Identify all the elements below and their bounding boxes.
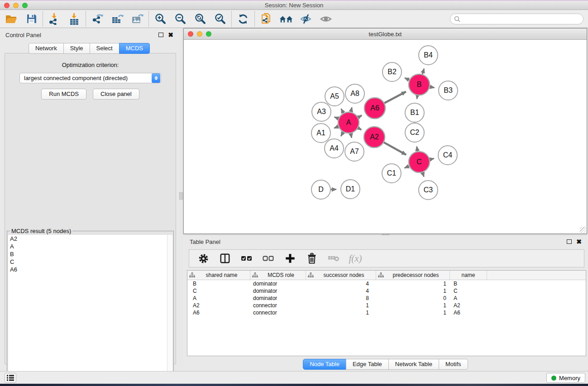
mcds-result-scrollbar[interactable] (167, 235, 172, 384)
graph-node-A1[interactable]: A1 (311, 124, 330, 143)
vertical-splitter-grip[interactable] (179, 192, 183, 200)
graph-edge-B-B2[interactable] (405, 78, 409, 80)
zoom-selected-button[interactable] (213, 12, 227, 26)
criterion-dropdown[interactable]: largest connected component (directed) (19, 73, 161, 83)
delete-column-button[interactable] (306, 253, 318, 264)
search-input[interactable] (463, 15, 579, 22)
open-session-button[interactable] (5, 12, 18, 26)
toolbar-search[interactable] (450, 14, 583, 24)
graph-node-A[interactable]: A (338, 112, 359, 133)
graph-node-C2[interactable]: C2 (405, 123, 424, 142)
table-row[interactable]: Adominator80A (187, 295, 586, 302)
mcds-result-item[interactable]: A6 (8, 266, 167, 273)
zoom-fit-button[interactable] (193, 12, 207, 26)
graph-node-A7[interactable]: A7 (345, 142, 364, 161)
column-header-mcds-role[interactable]: MCDS role (250, 271, 306, 280)
column-header-successor-nodes[interactable]: successor nodes (306, 271, 376, 280)
tab-mcds[interactable]: MCDS (119, 43, 150, 54)
table-close-panel-icon[interactable]: ✖ (576, 239, 582, 244)
mcds-result-item[interactable]: A (8, 243, 167, 250)
graph-edge-A-A3[interactable] (335, 117, 339, 119)
mcds-result-item[interactable]: C (8, 258, 167, 266)
column-header-shared-name[interactable]: shared name (187, 271, 250, 280)
graph-edge-B-B1[interactable] (417, 95, 417, 99)
graph-node-B1[interactable]: B1 (405, 103, 424, 122)
import-network-button[interactable] (48, 12, 61, 26)
tab-select[interactable]: Select (90, 43, 120, 54)
graph-node-A5[interactable]: A5 (325, 87, 344, 106)
memory-button[interactable]: Memory (546, 373, 585, 383)
zoom-out-button[interactable] (173, 12, 187, 26)
export-network-button[interactable] (91, 12, 104, 26)
deselect-all-rows-button[interactable] (263, 253, 274, 264)
show-all-button[interactable] (319, 12, 333, 26)
new-network-from-selection-button[interactable] (259, 12, 273, 26)
window-resize-grip[interactable] (580, 227, 586, 233)
tab-network-table[interactable]: Network Table (388, 359, 439, 370)
node-table[interactable]: shared nameMCDS rolesuccessor nodesprede… (187, 270, 586, 356)
table-row[interactable]: A6connector11A6 (187, 309, 586, 316)
graph-node-C4[interactable]: C4 (438, 146, 457, 165)
export-image-button[interactable] (130, 12, 144, 26)
save-session-button[interactable] (24, 12, 38, 26)
graph-edge-A-A1[interactable] (334, 126, 339, 128)
table-row[interactable]: Cdominator41C (187, 287, 586, 295)
graph-edge-B-B3[interactable] (430, 87, 435, 88)
column-header-predecessor-nodes[interactable]: predecessor nodes (376, 271, 450, 280)
graph-edge-A-A5[interactable] (341, 109, 344, 113)
create-column-button[interactable] (284, 253, 296, 264)
show-columns-button[interactable] (219, 253, 231, 264)
graph-node-B4[interactable]: B4 (419, 46, 438, 65)
graph-node-B3[interactable]: B3 (439, 81, 458, 100)
tab-edge-table[interactable]: Edge Table (346, 359, 389, 370)
network-canvas[interactable]: B4B2BB3A5A8A6A3B1AC2A1A2A4A7C4CC1C3DD1 (184, 40, 587, 234)
tab-node-table[interactable]: Node Table (303, 359, 346, 370)
hide-selected-button[interactable] (299, 12, 313, 26)
table-settings-button[interactable] (197, 253, 209, 264)
graph-node-D[interactable]: D (311, 180, 330, 199)
graph-edge-C-C2[interactable] (417, 147, 418, 152)
graph-node-A2[interactable]: A2 (364, 127, 385, 148)
zoom-in-button[interactable] (153, 12, 167, 26)
run-mcds-button[interactable]: Run MCDS (41, 89, 86, 100)
first-neighbors-button[interactable] (279, 12, 293, 26)
table-float-panel-icon[interactable] (567, 239, 572, 244)
graph-node-A3[interactable]: A3 (312, 102, 331, 121)
graph-edge-A6-B[interactable] (384, 91, 406, 103)
export-table-button[interactable] (110, 12, 124, 26)
graph-edge-A-A7[interactable] (351, 133, 352, 138)
graph-node-B[interactable]: B (409, 74, 430, 95)
graph-node-B2[interactable]: B2 (382, 62, 402, 81)
graph-node-A6[interactable]: A6 (364, 98, 385, 119)
graph-edge-A-A6[interactable] (358, 115, 362, 117)
graph-edge-B-B4[interactable] (422, 69, 424, 74)
graph-node-D1[interactable]: D1 (341, 180, 360, 199)
task-history-button[interactable] (5, 373, 16, 383)
graph-edge-A-A4[interactable] (341, 132, 343, 136)
import-table-button[interactable] (67, 12, 81, 26)
float-panel-icon[interactable] (158, 33, 163, 37)
table-row[interactable]: Bdominator41B (187, 280, 586, 287)
graph-edge-C-C4[interactable] (430, 158, 434, 159)
column-header-name[interactable]: name (450, 271, 487, 280)
tab-motifs[interactable]: Motifs (439, 359, 468, 370)
table-row[interactable]: A2connector11A2 (187, 302, 586, 309)
graph-edge-A2-C[interactable] (384, 143, 406, 155)
graph-edge-C-C3[interactable] (422, 172, 424, 177)
tab-network[interactable]: Network (29, 43, 64, 54)
graph-edge-A-A8[interactable] (351, 107, 352, 112)
close-panel-icon[interactable]: ✖ (168, 33, 173, 37)
network-window-titlebar[interactable]: testGlobe.txt (184, 29, 587, 40)
graph-node-C1[interactable]: C1 (382, 164, 401, 183)
mcds-result-item[interactable]: A2 (8, 235, 167, 243)
mcds-result-item[interactable]: B (8, 250, 167, 258)
refresh-view-button[interactable] (236, 12, 250, 26)
mcds-result-list[interactable]: A2ABCA6 (8, 235, 167, 384)
graph-node-C3[interactable]: C3 (419, 181, 438, 200)
graph-node-A8[interactable]: A8 (345, 84, 364, 103)
graph-edge-C-C1[interactable] (405, 166, 409, 168)
graph-node-A4[interactable]: A4 (325, 139, 344, 158)
graph-edge-A-A2[interactable] (358, 128, 361, 130)
select-all-rows-button[interactable] (241, 253, 253, 264)
tab-style[interactable]: Style (63, 43, 90, 54)
